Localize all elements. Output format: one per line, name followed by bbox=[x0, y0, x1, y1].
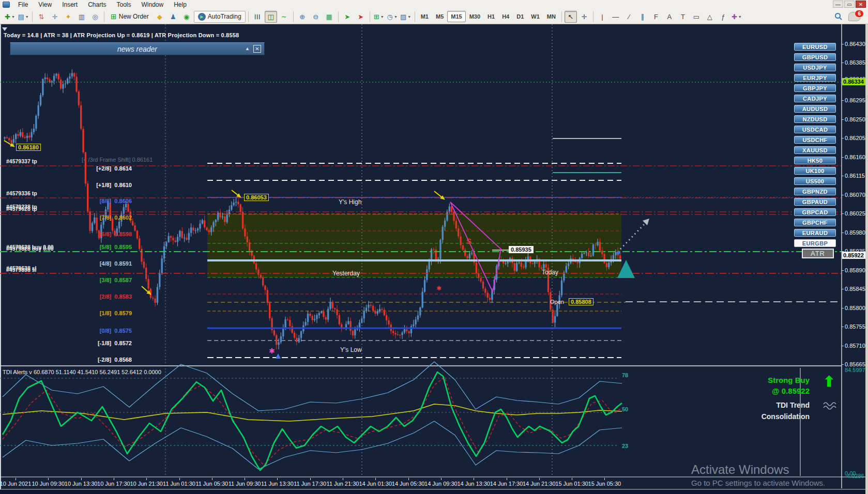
profiles-button[interactable]: ▤▼ bbox=[17, 11, 29, 23]
menu-insert[interactable]: Insert bbox=[57, 1, 83, 9]
menu-charts[interactable]: Charts bbox=[83, 1, 111, 9]
symbol-button-usdchf[interactable]: USDCHF bbox=[794, 136, 836, 144]
menu-view[interactable]: View bbox=[33, 1, 57, 9]
fibo-expansion-button[interactable]: ƒ bbox=[717, 11, 729, 23]
tile-windows-button[interactable]: ▦ bbox=[323, 11, 336, 23]
line-chart-button[interactable]: ≀ bbox=[278, 11, 291, 23]
toolbar-separator bbox=[415, 11, 415, 22]
symbol-button-cadjpy[interactable]: CADJPY bbox=[794, 95, 836, 102]
menu-window[interactable]: Window bbox=[136, 1, 169, 9]
toolbar-separator bbox=[338, 11, 339, 22]
timeframe-h1[interactable]: H1 bbox=[484, 11, 498, 22]
atr-button[interactable]: ATR bbox=[802, 249, 834, 258]
arrows-button[interactable]: ✚▼ bbox=[730, 11, 743, 23]
timeframe-m30[interactable]: M30 bbox=[466, 11, 484, 22]
timeframe-w1[interactable]: W1 bbox=[527, 11, 543, 22]
time-axis-tick bbox=[81, 478, 82, 480]
time-axis-label: 11 Jun 21:30 bbox=[327, 481, 359, 487]
zoom-in-button[interactable]: ⊕ bbox=[296, 11, 309, 23]
channel-button[interactable]: ∥ bbox=[636, 11, 649, 23]
candlestick-button[interactable]: ◫ bbox=[265, 11, 277, 23]
cursor-button[interactable]: ↖ bbox=[565, 11, 577, 23]
close-button[interactable]: ✕ bbox=[856, 1, 866, 8]
data-window-button[interactable]: ✛ bbox=[49, 11, 61, 23]
timeframe-m1[interactable]: M1 bbox=[417, 11, 432, 22]
symbol-button-gbpusd[interactable]: GBPUSD bbox=[794, 53, 836, 61]
experts-button[interactable]: ♟ bbox=[167, 11, 179, 23]
price-axis-tick bbox=[842, 119, 844, 120]
auto-scroll-button[interactable]: ➤ bbox=[341, 11, 354, 23]
symbol-button-eurjpy[interactable]: EURJPY bbox=[794, 74, 836, 82]
chart-shift-button[interactable]: ➤ bbox=[355, 11, 367, 23]
news-close-icon[interactable]: ✕ bbox=[253, 45, 261, 53]
symbol-button-nzdusd[interactable]: NZDUSD bbox=[794, 115, 836, 123]
metaeditor-button[interactable]: ◆ bbox=[154, 11, 166, 23]
terminal-button[interactable]: ▥ bbox=[75, 11, 88, 23]
text-label-button[interactable]: T bbox=[677, 11, 689, 23]
bar-chart-icon: ☰ bbox=[253, 13, 261, 20]
symbol-button-gbpcad[interactable]: GBPCAD bbox=[794, 208, 836, 216]
symbol-button-hk50[interactable]: HK50 bbox=[794, 157, 836, 164]
strategy-tester-button[interactable]: ◎ bbox=[89, 11, 101, 23]
periods-button[interactable]: ◷▼ bbox=[386, 11, 399, 23]
symbol-button-eurgbp[interactable]: EURGBP bbox=[794, 239, 836, 247]
signals-button[interactable]: ◉ bbox=[180, 11, 193, 23]
price-axis-tick bbox=[842, 100, 844, 101]
news-reader-panel[interactable]: news reader ▲ ✕ bbox=[10, 42, 265, 55]
symbol-button-uk100[interactable]: UK100 bbox=[794, 167, 836, 175]
market-watch-icon: ⇅ bbox=[39, 13, 44, 21]
bar-chart-button[interactable]: ☰ bbox=[251, 11, 264, 23]
sell-marker: S bbox=[466, 237, 471, 245]
new-order-button[interactable]: ⊞New Order bbox=[107, 11, 153, 23]
time-axis-label: 11 Jun 01:30 bbox=[163, 481, 195, 487]
text-icon: A bbox=[667, 13, 672, 21]
autotrading-toggle[interactable]: ▶AutoTrading bbox=[194, 11, 246, 23]
symbol-button-gbpchf[interactable]: GBPCHF bbox=[794, 219, 836, 226]
vertical-line-button[interactable]: | bbox=[596, 11, 608, 23]
timeframe-mn[interactable]: MN bbox=[543, 11, 559, 22]
app-logo-icon bbox=[3, 2, 10, 8]
trendline-button[interactable]: ∕ bbox=[623, 11, 635, 23]
search-button[interactable] bbox=[832, 11, 845, 23]
yesterday-low-label: Y's Low bbox=[340, 346, 362, 353]
navigator-button[interactable]: ✦ bbox=[62, 11, 74, 23]
notifications-icon[interactable]: 6 bbox=[848, 12, 861, 21]
symbol-button-usdjpy[interactable]: USDJPY bbox=[794, 64, 836, 71]
timeframe-h4[interactable]: H4 bbox=[498, 11, 513, 22]
symbol-button-usdcad[interactable]: USDCAD bbox=[794, 126, 836, 133]
symbol-button-eurusd[interactable]: EURUSD bbox=[794, 43, 836, 51]
symbol-button-gbpnzd[interactable]: GBPNZD bbox=[794, 188, 836, 195]
templates-button[interactable]: ▨▼ bbox=[400, 11, 412, 23]
timeframe-d1[interactable]: D1 bbox=[513, 11, 527, 22]
tdi-trend-state: Consolidation bbox=[713, 412, 810, 421]
symbol-button-euraud[interactable]: EURAUD bbox=[794, 229, 836, 237]
rectangle-button[interactable]: ▭ bbox=[690, 11, 703, 23]
price-axis-0.86160: 0.86160 bbox=[845, 154, 865, 160]
fibonacci-button[interactable]: F bbox=[650, 11, 662, 23]
symbol-button-xauusd[interactable]: XAUUSD bbox=[794, 146, 836, 154]
symbol-button-us500[interactable]: US500 bbox=[794, 177, 836, 185]
atr-info-text: Today = 14.8 | ATR = 38 | ATR Projection… bbox=[4, 32, 239, 38]
menu-tools[interactable]: Tools bbox=[112, 1, 136, 9]
order-label: #4579336 tp bbox=[6, 190, 37, 196]
news-collapse-icon[interactable]: ▲ bbox=[245, 46, 250, 51]
right-resize-strip[interactable] bbox=[865, 24, 868, 494]
text-button[interactable]: A bbox=[663, 11, 676, 23]
price-axis-0.86385: 0.86385 bbox=[845, 59, 865, 66]
symbol-button-gbpjpy[interactable]: GBPJPY bbox=[794, 84, 836, 92]
menu-file[interactable]: File bbox=[13, 1, 33, 9]
timeframe-m15[interactable]: M15 bbox=[447, 11, 465, 22]
symbol-button-audusd[interactable]: AUDUSD bbox=[794, 105, 836, 113]
triangle-button[interactable]: △ bbox=[704, 11, 716, 23]
indicators-button[interactable]: ⊞▼ bbox=[373, 11, 385, 23]
maximize-button[interactable]: ▭ bbox=[844, 1, 855, 8]
crosshair-button[interactable]: ✛ bbox=[578, 11, 590, 23]
minimize-button[interactable]: — bbox=[833, 1, 843, 8]
timeframe-m5[interactable]: M5 bbox=[432, 11, 447, 22]
horizontal-line-button[interactable]: — bbox=[610, 11, 622, 23]
menu-help[interactable]: Help bbox=[169, 1, 192, 9]
market-watch-button[interactable]: ⇅ bbox=[35, 11, 48, 23]
zoom-out-button[interactable]: ⊖ bbox=[310, 11, 322, 23]
new-chart-button[interactable]: ✚▼ bbox=[4, 11, 16, 23]
symbol-button-gbpaud[interactable]: GBPAUD bbox=[794, 198, 836, 206]
